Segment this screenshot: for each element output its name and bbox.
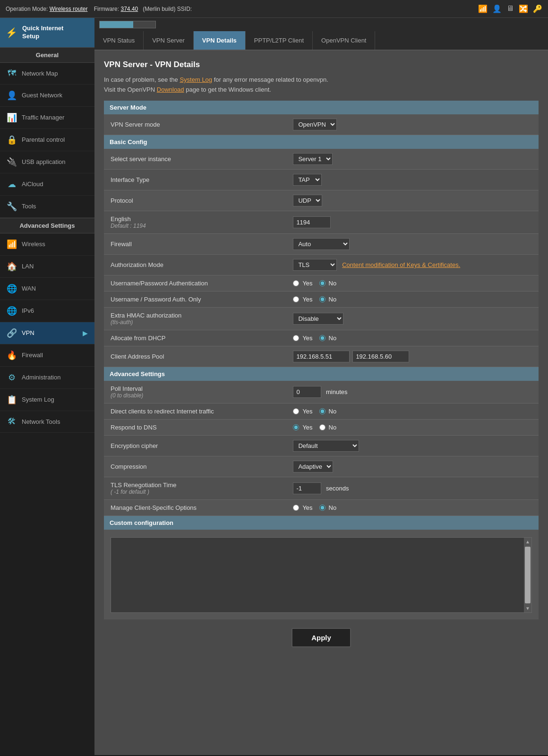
firmware-value[interactable]: 374.40 — [120, 6, 138, 12]
user-icon[interactable]: 👤 — [492, 4, 502, 13]
key-icon[interactable]: 🔑 — [533, 4, 542, 13]
server-instance-select[interactable]: Server 1 Server 2 — [293, 153, 333, 165]
redirect-internet-yes-label[interactable]: Yes — [293, 408, 312, 415]
sidebar-item-wan[interactable]: 🌐 WAN — [0, 278, 94, 300]
guest-network-icon: 👤 — [7, 90, 17, 101]
quick-setup-icon: ⚡ — [6, 27, 17, 38]
table-row: Client Address Pool — [104, 346, 539, 367]
auth-mode-select[interactable]: TLS Static Key — [293, 259, 337, 271]
manage-client-options-yes-label[interactable]: Yes — [293, 504, 312, 511]
sidebar-item-traffic-manager[interactable]: 📊 Traffic Manager — [0, 107, 94, 129]
top-bar: Operation Mode: Wireless router Firmware… — [0, 0, 548, 18]
table-row: Respond to DNS Yes No — [104, 420, 539, 436]
tls-reneg-time-cell: seconds — [286, 477, 539, 500]
sidebar-item-parental-control-label: Parental control — [22, 136, 65, 143]
sidebar-item-wan-label: WAN — [22, 285, 36, 292]
quick-internet-setup-button[interactable]: ⚡ Quick InternetSetup — [0, 18, 94, 47]
encryption-cipher-select[interactable]: Default AES-128-CBC AES-256-CBC Blowfish… — [293, 440, 359, 452]
client-address-pool-cell — [286, 346, 539, 367]
allocate-dhcp-yes-label[interactable]: Yes — [293, 335, 312, 342]
apply-button[interactable]: Apply — [291, 628, 351, 647]
interface-type-select[interactable]: TAP TUN — [293, 174, 322, 186]
tab-openvpn-client[interactable]: OpenVPN Client — [313, 31, 375, 50]
sidebar-item-administration[interactable]: ⚙ Administration — [0, 367, 94, 389]
aicloud-icon: ☁ — [7, 179, 17, 189]
manage-client-options-no-radio[interactable] — [319, 505, 325, 511]
manage-client-options-label: Manage Client-Specific Options — [104, 500, 286, 516]
tab-vpn-server[interactable]: VPN Server — [144, 31, 194, 50]
sidebar-item-guest-network[interactable]: 👤 Guest Network — [0, 85, 94, 107]
username-password-auth-no-label[interactable]: No — [319, 280, 337, 287]
hmac-auth-select[interactable]: Disable Outgoing (0) Incoming (1) Bidire… — [293, 313, 343, 325]
respond-dns-cell: Yes No — [286, 420, 539, 436]
keys-certs-link[interactable]: Content modification of Keys & Certifica… — [342, 261, 460, 268]
sidebar-item-aicloud[interactable]: ☁ AiCloud — [0, 173, 94, 196]
allocate-dhcp-no-radio[interactable] — [319, 335, 325, 341]
sidebar-item-lan[interactable]: 🏠 LAN — [0, 256, 94, 278]
up-auth-only-yes-label[interactable]: Yes — [293, 296, 312, 303]
allocate-dhcp-yes-radio[interactable] — [293, 335, 299, 341]
sidebar-item-usb-application[interactable]: 🔌 USB application — [0, 151, 94, 173]
download-link[interactable]: Download — [157, 86, 184, 93]
share-icon[interactable]: 🔀 — [519, 4, 528, 13]
redirect-internet-yes-radio[interactable] — [293, 408, 299, 414]
sidebar-item-firewall[interactable]: 🔥 Firewall — [0, 344, 94, 367]
sidebar-item-administration-label: Administration — [22, 374, 60, 381]
sidebar-item-network-tools[interactable]: 🛠 Network Tools — [0, 411, 94, 433]
hmac-auth-label: Extra HMAC authorization(tls-auth) — [104, 308, 286, 330]
allocate-dhcp-no-label[interactable]: No — [319, 335, 337, 342]
up-auth-only-yes-radio[interactable] — [293, 296, 299, 302]
sidebar-item-system-log[interactable]: 📋 System Log — [0, 389, 94, 411]
respond-dns-yes-label[interactable]: Yes — [293, 424, 312, 431]
wifi-icon[interactable]: 📶 — [478, 4, 488, 13]
manage-client-options-no-label[interactable]: No — [319, 504, 337, 511]
username-password-auth-yes-label[interactable]: Yes — [293, 280, 312, 287]
compression-select[interactable]: Adaptive No Yes — [293, 461, 333, 472]
sidebar-item-ipv6[interactable]: 🌐 IPv6 — [0, 300, 94, 322]
username-password-auth-no-radio[interactable] — [319, 280, 325, 286]
username-password-auth-yes-radio[interactable] — [293, 280, 299, 286]
respond-dns-yes-radio[interactable] — [293, 424, 299, 430]
respond-dns-no-radio[interactable] — [319, 424, 325, 430]
scrollbar-up-button[interactable]: ▲ — [525, 538, 530, 546]
monitor-icon[interactable]: 🖥 — [506, 4, 514, 13]
system-log-link[interactable]: System Log — [180, 76, 212, 83]
encryption-cipher-label: Encryption cipher — [104, 436, 286, 456]
sidebar-item-wireless[interactable]: 📶 Wireless — [0, 233, 94, 256]
vpn-server-mode-select[interactable]: OpenVPN — [293, 119, 337, 130]
sidebar-item-parental-control[interactable]: 🔒 Parental control — [0, 129, 94, 151]
sidebar-item-vpn[interactable]: 🔗 VPN ▶ — [0, 322, 94, 344]
sidebar-item-traffic-manager-label: Traffic Manager — [22, 114, 64, 121]
redirect-internet-no-radio[interactable] — [319, 408, 325, 414]
client-address-pool-end-input[interactable] — [352, 351, 409, 362]
auth-mode-cell: TLS Static Key Content modification of K… — [286, 255, 539, 275]
tabs-bar: VPN Status VPN Server VPN Details PPTP/L… — [94, 31, 548, 51]
manage-client-options-yes-radio[interactable] — [293, 505, 299, 511]
custom-config-textarea[interactable] — [111, 538, 524, 612]
port-input[interactable] — [293, 216, 331, 228]
respond-dns-no-label[interactable]: No — [319, 424, 337, 431]
tab-vpn-status[interactable]: VPN Status — [94, 31, 144, 50]
tab-vpn-details[interactable]: VPN Details — [194, 31, 246, 50]
firewall-select[interactable]: Auto Custom Disabled — [293, 238, 350, 250]
sidebar-item-network-map[interactable]: 🗺 Network Map — [0, 63, 94, 85]
tls-reneg-time-input[interactable] — [293, 482, 321, 494]
client-address-pool-start-input[interactable] — [293, 351, 350, 362]
username-password-auth-cell: Yes No — [286, 275, 539, 292]
sidebar-item-tools[interactable]: 🔧 Tools — [0, 196, 94, 218]
basic-config-table: Select server instance Server 1 Server 2… — [104, 149, 539, 367]
up-auth-only-no-radio[interactable] — [319, 296, 325, 302]
protocol-select[interactable]: UDP TCP — [293, 195, 322, 206]
poll-interval-input[interactable] — [293, 386, 321, 398]
sidebar-item-ipv6-label: IPv6 — [22, 307, 34, 314]
respond-dns-label: Respond to DNS — [104, 420, 286, 436]
scrollbar-down-button[interactable]: ▼ — [525, 604, 530, 612]
up-auth-only-no-label[interactable]: No — [319, 296, 337, 303]
info-line2-pre: Visit the OpenVPN — [104, 86, 157, 93]
tab-pptp-l2tp-client[interactable]: PPTP/L2TP Client — [246, 31, 313, 50]
redirect-internet-no-label[interactable]: No — [319, 408, 337, 415]
firmware-note: (Merlin build) SSID: — [143, 6, 192, 12]
sidebar-item-usb-application-label: USB application — [22, 158, 66, 165]
scrollbar-thumb[interactable] — [525, 547, 531, 603]
operation-mode-value[interactable]: Wireless router — [50, 6, 88, 12]
